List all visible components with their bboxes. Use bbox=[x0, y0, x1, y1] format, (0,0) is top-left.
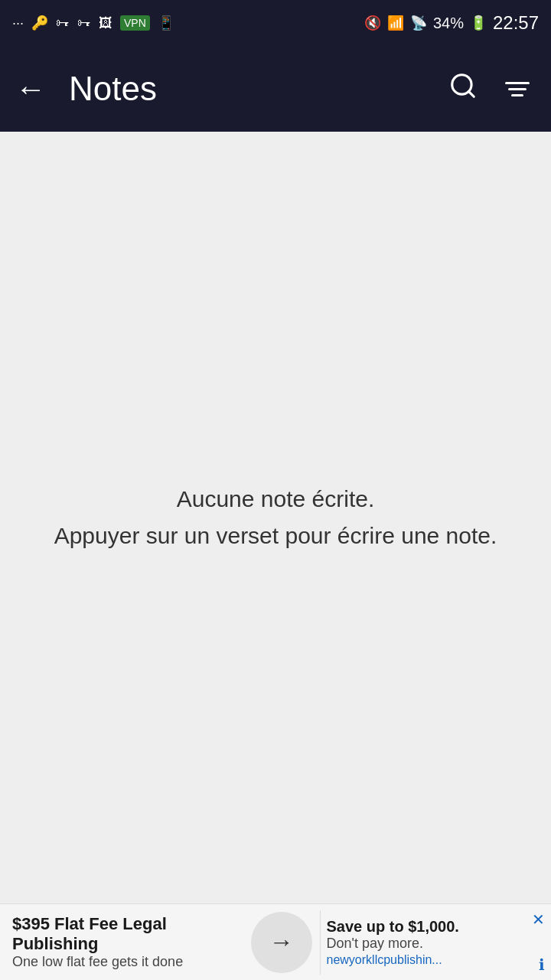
ad-arrow-button[interactable]: → bbox=[251, 912, 312, 973]
signal-icon: 📡 bbox=[410, 15, 427, 31]
mute-icon: 🔇 bbox=[364, 15, 381, 31]
wifi-icon: 📶 bbox=[387, 15, 404, 31]
ad-content-left: $395 Flat Fee Legal Publishing One low f… bbox=[0, 906, 243, 978]
empty-line1: Aucune note écrite. bbox=[54, 481, 497, 518]
screen-time-icon: 📱 bbox=[158, 15, 174, 31]
sort-line-1 bbox=[505, 82, 530, 84]
ad-right-subtitle: Don't pay more. bbox=[327, 936, 546, 952]
sort-line-3 bbox=[511, 94, 523, 96]
ad-close-button[interactable]: ✕ bbox=[529, 907, 548, 932]
back-button[interactable]: ← bbox=[15, 72, 46, 106]
sort-line-2 bbox=[508, 88, 527, 90]
sort-button[interactable] bbox=[499, 76, 536, 103]
main-content: Aucune note écrite. Appuyer sur un verse… bbox=[0, 132, 551, 903]
status-bar-right: 🔇 📶 📡 34% 🔋 22:57 bbox=[364, 12, 539, 34]
ad-banner[interactable]: $395 Flat Fee Legal Publishing One low f… bbox=[0, 903, 551, 980]
svg-line-1 bbox=[468, 91, 474, 96]
notification-icon: ··· bbox=[12, 15, 24, 31]
vpn-icon: VPN bbox=[120, 15, 150, 31]
image-icon: 🖼 bbox=[99, 15, 112, 31]
ad-subtitle: One low flat fee gets it done bbox=[12, 954, 231, 970]
ad-content-right: Save up to $1,000. Don't pay more. newyo… bbox=[320, 910, 552, 975]
ad-right-title: Save up to $1,000. bbox=[327, 918, 546, 936]
ad-sponsored-icon[interactable]: ℹ bbox=[536, 952, 548, 977]
ad-title: $395 Flat Fee Legal Publishing bbox=[12, 914, 231, 954]
ad-arrow-icon: → bbox=[269, 928, 294, 956]
clock: 22:57 bbox=[493, 12, 539, 34]
status-bar: ··· 🔑 🗝 🗝 🖼 VPN 📱 🔇 📶 📡 34% 🔋 22:57 bbox=[0, 0, 551, 46]
battery-icon: 🔋 bbox=[470, 15, 487, 31]
empty-line2: Appuyer sur un verset pour écrire une no… bbox=[54, 518, 497, 554]
key-icon: 🔑 bbox=[31, 15, 48, 31]
app-bar: ← Notes bbox=[0, 46, 551, 132]
key-outline2-icon: 🗝 bbox=[77, 15, 91, 31]
page-title: Notes bbox=[69, 70, 427, 108]
battery-percent: 34% bbox=[433, 15, 464, 32]
empty-state-message: Aucune note écrite. Appuyer sur un verse… bbox=[54, 481, 497, 554]
status-bar-left: ··· 🔑 🗝 🗝 🖼 VPN 📱 bbox=[12, 15, 174, 31]
search-button[interactable] bbox=[442, 65, 484, 113]
ad-right-source: newyorkllcpublishin... bbox=[327, 953, 546, 967]
key-outline-icon: 🗝 bbox=[56, 15, 70, 31]
